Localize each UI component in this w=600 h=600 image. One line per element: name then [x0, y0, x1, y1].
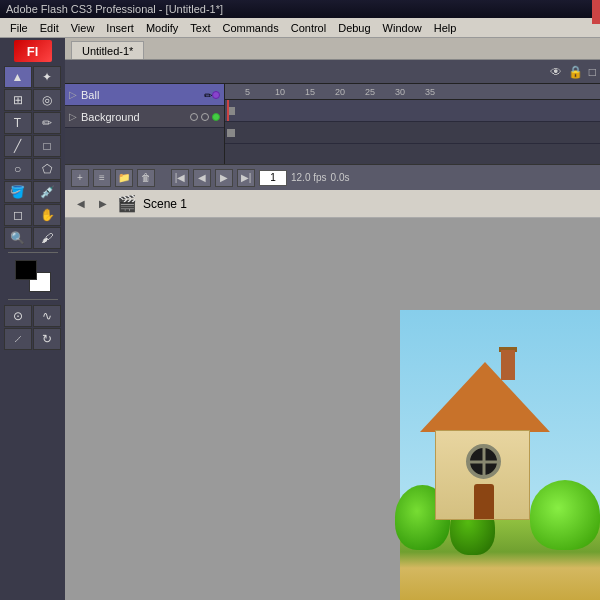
menu-debug[interactable]: Debug [332, 20, 376, 36]
tool-grid: ▲ ✦ ⊞ ◎ T ✏ ╱ □ ○ ⬠ 🪣 💉 ◻ ✋ 🔍 🖌 [4, 66, 62, 249]
tool-divider-2 [8, 299, 58, 300]
add-motion-btn[interactable]: ≡ [93, 169, 111, 187]
timeline-toolbar: + ≡ 📁 🗑 |◀ ◀ ▶ ▶| 1 12.0 fps 0.0s [65, 164, 600, 190]
tl-next-btn[interactable]: ▶| [237, 169, 255, 187]
pencil-tool[interactable]: ✏ [33, 112, 61, 134]
document-tab[interactable]: Untitled-1* [71, 41, 144, 59]
tab-bar: Untitled-1* [65, 38, 600, 60]
menu-insert[interactable]: Insert [100, 20, 140, 36]
ball-frame-track[interactable] [225, 100, 600, 122]
menu-control[interactable]: Control [285, 20, 332, 36]
menu-file[interactable]: File [4, 20, 34, 36]
ball-layer-name: Ball [81, 89, 204, 101]
right-side: Untitled-1* 👁 🔒 □ ▷ Ball [65, 38, 600, 600]
delete-layer-btn[interactable]: 🗑 [137, 169, 155, 187]
swatch-stack[interactable] [15, 260, 51, 292]
frame-input[interactable]: 1 [259, 170, 287, 186]
timeline-layers: ▷ Ball ▷ Background [65, 84, 225, 164]
gradient-tool[interactable]: ◎ [33, 89, 61, 111]
add-folder-btn[interactable]: 📁 [115, 169, 133, 187]
timeline-header: 👁 🔒 □ [65, 60, 600, 84]
tool-grid-bottom: ⊙ ∿ ⟋ ↻ [4, 305, 62, 350]
rotate-tool[interactable]: ↻ [33, 328, 61, 350]
menu-modify[interactable]: Modify [140, 20, 184, 36]
house-body [435, 430, 530, 520]
subselect-tool[interactable]: ✦ [33, 66, 61, 88]
menu-view[interactable]: View [65, 20, 101, 36]
fl-logo: Fl [14, 40, 52, 62]
ball-color-dot [212, 91, 220, 99]
toolbar: Fl ▲ ✦ ⊞ ◎ T ✏ ╱ □ ○ ⬠ 🪣 💉 ◻ ✋ 🔍 🖌 [0, 38, 65, 600]
oval-tool[interactable]: ○ [4, 158, 32, 180]
timeline-ruler: ▷ Ball ▷ Background [65, 84, 600, 164]
scene-back-btn[interactable]: ◀ [73, 196, 89, 212]
ruler-25: 25 [365, 87, 375, 97]
text-tool[interactable]: T [4, 112, 32, 134]
ruler-15: 15 [305, 87, 315, 97]
layer-icon-ball: ▷ [69, 89, 77, 100]
bg-layer-controls [190, 113, 220, 121]
ruler-20: 20 [335, 87, 345, 97]
house-door [474, 484, 494, 519]
outline-icon[interactable]: □ [589, 65, 596, 79]
ruler-5: 5 [245, 87, 250, 97]
eyedrop-tool[interactable]: 💉 [33, 181, 61, 203]
stroke-color-swatch[interactable] [15, 260, 37, 280]
bg-frame-track[interactable] [225, 122, 600, 144]
ruler-30: 30 [395, 87, 405, 97]
bg-dot1 [190, 113, 198, 121]
bucket-tool[interactable]: 🪣 [4, 181, 32, 203]
timeline-frames: 5 10 15 20 25 30 35 [225, 84, 600, 164]
line-tool[interactable]: ╱ [4, 135, 32, 157]
menu-commands[interactable]: Commands [216, 20, 284, 36]
scene-icon: 🎬 [117, 194, 137, 213]
bg-dot2 [201, 113, 209, 121]
frames-ruler: 5 10 15 20 25 30 35 [225, 84, 600, 100]
stage-content [400, 310, 600, 600]
eye-icon[interactable]: 👁 [550, 65, 562, 79]
eraser-tool[interactable]: ◻ [4, 204, 32, 226]
window-cross-v [482, 448, 485, 475]
menu-edit[interactable]: Edit [34, 20, 65, 36]
bg-color-dot [212, 113, 220, 121]
fps-label: 12.0 fps [291, 172, 327, 183]
brush-tool[interactable]: 🖌 [33, 227, 61, 249]
main-container: Fl ▲ ✦ ⊞ ◎ T ✏ ╱ □ ○ ⬠ 🪣 💉 ◻ ✋ 🔍 🖌 [0, 38, 600, 600]
smooth-tool[interactable]: ∿ [33, 305, 61, 327]
lock-icon[interactable]: 🔒 [568, 65, 583, 79]
house-window [466, 444, 501, 479]
poly-tool[interactable]: ⬠ [33, 158, 61, 180]
scene-name: Scene 1 [143, 197, 187, 211]
tl-play-btn[interactable]: ▶ [215, 169, 233, 187]
ball-layer[interactable]: ▷ Ball [65, 84, 224, 106]
house-roof [420, 362, 550, 432]
scene-bar: ◀ ▶ 🎬 Scene 1 [65, 190, 600, 218]
background-layer[interactable]: ▷ Background [65, 106, 224, 128]
scene-forward-btn[interactable]: ▶ [95, 196, 111, 212]
color-swatch-area [15, 260, 51, 296]
snap-tool[interactable]: ⊙ [4, 305, 32, 327]
ruler-10: 10 [275, 87, 285, 97]
menu-text[interactable]: Text [184, 20, 216, 36]
house [420, 360, 550, 520]
tl-back-btn[interactable]: |◀ [171, 169, 189, 187]
hand-tool[interactable]: ✋ [33, 204, 61, 226]
select-tool[interactable]: ▲ [4, 66, 32, 88]
zoom-tool[interactable]: 🔍 [4, 227, 32, 249]
time-label: 0.0s [331, 172, 350, 183]
title-bar: Adobe Flash CS3 Professional - [Untitled… [0, 0, 600, 18]
rect-tool[interactable]: □ [33, 135, 61, 157]
menu-help[interactable]: Help [428, 20, 463, 36]
menu-window[interactable]: Window [377, 20, 428, 36]
playhead-line [227, 100, 229, 121]
layer-icon-bg: ▷ [69, 111, 77, 122]
title-text: Adobe Flash CS3 Professional - [Untitled… [6, 3, 223, 15]
bg-keyframe [227, 129, 235, 137]
freetransform-tool[interactable]: ⊞ [4, 89, 32, 111]
straighten-tool[interactable]: ⟋ [4, 328, 32, 350]
pencil-icon-ball [204, 89, 212, 101]
ball-layer-controls [212, 91, 220, 99]
canvas-area[interactable] [65, 218, 600, 600]
new-layer-btn[interactable]: + [71, 169, 89, 187]
tl-prev-btn[interactable]: ◀ [193, 169, 211, 187]
